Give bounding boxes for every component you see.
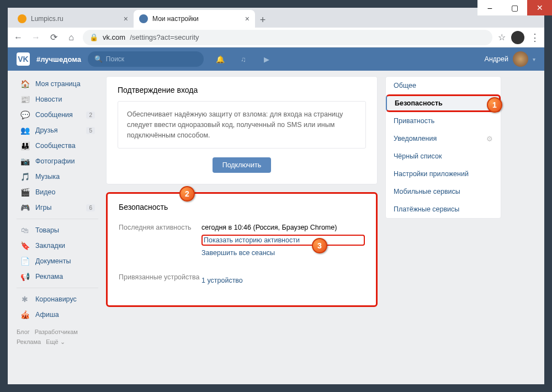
- sidebar-item-group1-7[interactable]: 🎬Видео: [17, 184, 98, 200]
- settings-item-label: Безопасность: [395, 99, 443, 107]
- settings-item-label: Мобильные сервисы: [394, 188, 460, 195]
- footer-more[interactable]: Ещё ⌄: [46, 338, 65, 345]
- settings-item-label: Уведомления: [394, 135, 437, 142]
- gear-icon[interactable]: ⚙: [486, 135, 493, 143]
- panel-title: Подтверждение входа: [107, 77, 377, 101]
- search-box[interactable]: 🔍: [88, 51, 204, 67]
- tab-vk-settings[interactable]: Мои настройки ×: [134, 10, 255, 28]
- count-badge: 2: [86, 112, 95, 119]
- sidebar-item-group1-2[interactable]: 💬Сообщения2: [17, 107, 98, 123]
- sidebar-item-group3-0[interactable]: ✱Коронавирус: [17, 292, 98, 307]
- sidebar-item-group2-1[interactable]: 🔖Закладки: [17, 238, 98, 253]
- settings-item-3[interactable]: Уведомления⚙: [386, 130, 501, 147]
- profile-avatar-icon[interactable]: [511, 31, 524, 44]
- connect-button[interactable]: Подключить: [213, 157, 272, 173]
- vk-slogan: #лучшедома: [36, 55, 81, 63]
- footer-blog[interactable]: Блог: [17, 329, 30, 335]
- url-path: /settings?act=security: [130, 33, 199, 41]
- settings-item-label: Чёрный список: [394, 152, 442, 160]
- settings-item-7[interactable]: Платёжные сервисы: [386, 200, 501, 218]
- url-field[interactable]: 🔒 vk.com/settings?act=security: [83, 30, 492, 45]
- nav-label: Музыка: [35, 173, 60, 181]
- nav-icon: 🔖: [20, 241, 30, 251]
- panel-title: Безопасность: [108, 194, 376, 218]
- sidebar-item-group1-5[interactable]: 📷Фотографии: [17, 153, 98, 169]
- nav-icon: 📢: [20, 272, 30, 282]
- footer-devs[interactable]: Разработчикам: [35, 329, 78, 335]
- reload-button[interactable]: ⟳: [47, 31, 60, 44]
- new-tab-button[interactable]: +: [255, 12, 270, 28]
- divider: [17, 219, 98, 219]
- user-menu[interactable]: Андрей ▾: [485, 51, 535, 67]
- close-tab-icon[interactable]: ×: [124, 14, 128, 23]
- devices-link[interactable]: 1 устройство: [201, 277, 365, 284]
- nav-label: Афиша: [35, 311, 59, 319]
- settings-item-label: Настройки приложений: [394, 170, 469, 178]
- url-host: vk.com: [103, 33, 125, 41]
- play-icon[interactable]: ▶: [260, 52, 273, 66]
- nav-label: Сообщества: [35, 142, 76, 150]
- settings-item-1[interactable]: Безопасность1: [386, 94, 501, 112]
- forward-button[interactable]: →: [30, 31, 42, 44]
- close-tab-icon[interactable]: ×: [245, 14, 250, 23]
- address-bar: ← → ⟳ ⌂ 🔒 vk.com/settings?act=security ☆…: [8, 28, 544, 47]
- sidebar-item-group2-2[interactable]: 📄Документы: [17, 253, 98, 269]
- settings-menu: ОбщееБезопасность1ПриватностьУведомления…: [385, 76, 501, 219]
- sidebar-item-group2-0[interactable]: 🛍Товары: [17, 223, 98, 238]
- maximize-button[interactable]: ▢: [502, 0, 527, 15]
- nav-label: Друзья: [35, 126, 58, 134]
- settings-item-5[interactable]: Настройки приложений: [386, 165, 501, 183]
- tab-bar: Lumpics.ru × Мои настройки × +: [8, 8, 544, 28]
- last-activity-label: Последняя активность: [119, 224, 201, 257]
- footer-ads[interactable]: Реклама: [17, 338, 41, 345]
- notifications-icon[interactable]: 🔔: [214, 52, 227, 66]
- devices-label: Привязанные устройства: [119, 273, 201, 284]
- main-column: Подтверждение входа Обеспечивает надёжну…: [106, 76, 378, 347]
- sidebar-item-group2-3[interactable]: 📢Реклама: [17, 269, 98, 284]
- sidebar-item-group1-3[interactable]: 👥Друзья5: [17, 123, 98, 138]
- nav-label: Фотографии: [35, 157, 75, 165]
- sidebar-item-group3-1[interactable]: 🎪Афиша: [17, 307, 98, 322]
- home-button[interactable]: ⌂: [65, 31, 77, 44]
- nav-icon: 📄: [20, 256, 30, 266]
- tab-title: Мои настройки: [152, 15, 199, 23]
- divider: [17, 288, 98, 288]
- window-controls: – ▢ ✕: [477, 0, 552, 15]
- settings-item-4[interactable]: Чёрный список: [386, 147, 501, 165]
- last-activity-row: Последняя активность сегодня в 10:46 (Ро…: [119, 218, 365, 262]
- close-window-button[interactable]: ✕: [527, 0, 552, 15]
- favicon-icon: [18, 14, 26, 23]
- back-button[interactable]: ←: [12, 31, 24, 44]
- sidebar-item-group1-8[interactable]: 🎮Игры6: [17, 200, 98, 215]
- login-confirmation-panel: Подтверждение входа Обеспечивает надёжну…: [106, 76, 378, 184]
- settings-item-label: Приватность: [394, 117, 434, 125]
- sidebar-item-group1-4[interactable]: 👪Сообщества: [17, 138, 98, 153]
- minimize-button[interactable]: –: [477, 0, 502, 15]
- music-icon[interactable]: ♫: [237, 52, 250, 66]
- tab-lumpics[interactable]: Lumpics.ru ×: [12, 10, 134, 28]
- settings-item-0[interactable]: Общее: [386, 77, 501, 94]
- vk-logo-icon[interactable]: VK: [17, 52, 30, 66]
- sidebar-item-group1-1[interactable]: 📰Новости: [17, 92, 98, 107]
- browser-window: – ▢ ✕ Lumpics.ru × Мои настройки × + ← →…: [0, 0, 552, 392]
- nav-icon: ✱: [20, 294, 30, 304]
- sidebar-item-group1-0[interactable]: 🏠Моя страница: [17, 76, 98, 92]
- settings-item-2[interactable]: Приватность: [386, 112, 501, 130]
- chevron-down-icon: ▾: [533, 56, 535, 62]
- search-input[interactable]: [106, 55, 197, 63]
- nav-label: Коронавирус: [35, 295, 77, 303]
- settings-item-6[interactable]: Мобильные сервисы: [386, 183, 501, 200]
- bookmark-star-icon[interactable]: ☆: [498, 32, 506, 43]
- end-sessions-link[interactable]: Завершить все сеансы: [201, 249, 365, 257]
- nav-label: Новости: [35, 96, 62, 103]
- security-panel: 2 Безопасность Последняя активность сего…: [106, 192, 378, 307]
- browser-menu-button[interactable]: ⋮: [530, 31, 540, 44]
- nav-icon: 🛍: [20, 225, 30, 235]
- nav-icon: 👪: [20, 141, 30, 151]
- sidebar-item-group1-6[interactable]: 🎵Музыка: [17, 169, 98, 184]
- nav-icon: 🎬: [20, 187, 30, 197]
- annotation-marker-1: 1: [487, 97, 502, 113]
- show-history-link[interactable]: Показать историю активности: [201, 235, 365, 246]
- tab-title: Lumpics.ru: [31, 15, 63, 23]
- settings-sidebar: ОбщееБезопасность1ПриватностьУведомления…: [385, 76, 501, 347]
